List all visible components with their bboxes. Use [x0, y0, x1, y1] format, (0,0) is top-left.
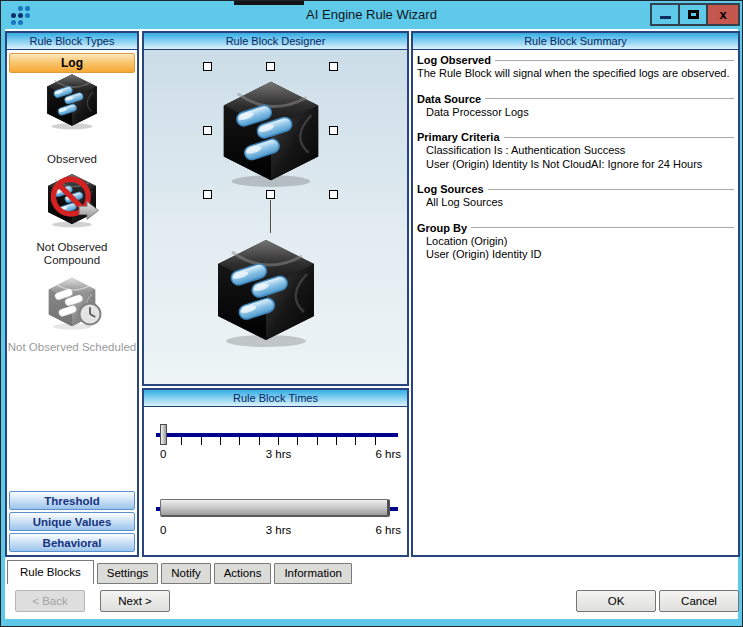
tick-label-3hrs: 3 hrs [266, 524, 292, 536]
selection-handle-nw[interactable] [203, 62, 212, 71]
rule-block-types-header: Rule Block Types [7, 33, 137, 50]
ai-engine-rule-wizard-window: AI Engine Rule Wizard x Rule Block Types… [0, 0, 743, 627]
time-slider-ticks [162, 437, 394, 445]
range-slider-labels: 0 3 hrs 6 hrs [156, 524, 401, 537]
block-connector-line [270, 200, 272, 233]
window-controls: x [652, 3, 740, 26]
maximize-icon [688, 10, 699, 19]
time-slider-labels: 0 3 hrs 6 hrs [156, 448, 401, 461]
threshold-button[interactable]: Threshold [9, 491, 135, 510]
summary-section-log-sources: Log Sources All Log Sources [417, 182, 734, 210]
section-heading: Group By [417, 221, 467, 235]
section-line: User (Origin) Identity ID [417, 248, 734, 262]
tick-label-6hrs: 6 hrs [375, 524, 401, 536]
section-heading: Data Source [417, 92, 481, 106]
behavioral-button[interactable]: Behavioral [9, 533, 135, 552]
tab-rule-blocks[interactable]: Rule Blocks [7, 560, 94, 584]
cancel-button[interactable]: Cancel [659, 590, 739, 612]
summary-section-log-observed: Log Observed The Rule Block will signal … [417, 53, 734, 81]
heading-divider [495, 60, 734, 61]
heading-divider [488, 189, 734, 190]
section-heading: Log Sources [417, 182, 484, 196]
rule-block-times-panel: Rule Block Times 0 3 hrs 6 hrs 0 3 hrs 6… [142, 388, 409, 557]
tick-label-0: 0 [160, 524, 166, 536]
rule-block-summary-header: Rule Block Summary [413, 33, 738, 50]
selection-handle-ne[interactable] [329, 62, 338, 71]
unique-values-button[interactable]: Unique Values [9, 512, 135, 531]
section-line: Classification Is : Authentication Succe… [417, 144, 734, 158]
window-title: AI Engine Rule Wizard [1, 7, 742, 22]
heading-divider [504, 137, 734, 138]
section-line: Data Processor Logs [417, 106, 734, 120]
heading-divider [485, 98, 734, 99]
summary-section-primary-criteria: Primary Criteria Classification Is : Aut… [417, 130, 734, 171]
tab-notify[interactable]: Notify [161, 563, 210, 584]
tick-label-3hrs: 3 hrs [266, 448, 292, 460]
designer-canvas[interactable] [144, 50, 407, 384]
rule-block-summary-panel: Rule Block Summary Log Observed The Rule… [411, 31, 740, 557]
selection-handle-s[interactable] [266, 190, 275, 199]
minimize-icon [660, 16, 671, 19]
not-observed-scheduled-icon[interactable] [43, 273, 101, 331]
dialog-content: Rule Block Types Log Observed Not Observ… [5, 29, 738, 619]
selection-handle-n[interactable] [266, 62, 275, 71]
times-body: 0 3 hrs 6 hrs 0 3 hrs 6 hrs [144, 407, 407, 555]
heading-divider [471, 227, 734, 228]
next-button[interactable]: Next > [100, 590, 170, 612]
minimize-button[interactable] [650, 3, 680, 26]
section-heading: Primary Criteria [417, 130, 500, 144]
rule-block-times-header: Rule Block Times [144, 390, 407, 407]
rule-block-cube-selected[interactable] [212, 72, 330, 190]
maximize-button[interactable] [678, 3, 708, 26]
tab-actions[interactable]: Actions [214, 563, 272, 584]
tab-settings[interactable]: Settings [97, 563, 159, 584]
close-button[interactable]: x [706, 3, 740, 26]
section-line: The Rule Block will signal when the spec… [417, 67, 734, 81]
tick-label-0: 0 [160, 448, 166, 460]
rule-block-cube-second[interactable] [206, 230, 326, 350]
type-item-observed[interactable]: Observed [7, 153, 137, 166]
range-slider-bar[interactable] [160, 499, 390, 517]
back-button: < Back [15, 590, 85, 612]
selection-handle-sw[interactable] [203, 190, 212, 199]
section-line: Location (Origin) [417, 235, 734, 249]
section-heading: Log Observed [417, 53, 491, 67]
section-line: User (Origin) Identity Is Not CloudAI: I… [417, 158, 734, 172]
summary-section-group-by: Group By Location (Origin) User (Origin)… [417, 221, 734, 262]
time-slider-thumb[interactable] [160, 424, 167, 445]
observed-cube-icon[interactable] [41, 69, 103, 131]
tab-information[interactable]: Information [274, 563, 352, 584]
close-icon: x [719, 8, 726, 21]
title-bar[interactable]: AI Engine Rule Wizard x [1, 1, 742, 29]
summary-body: Log Observed The Rule Block will signal … [413, 50, 738, 555]
not-observed-compound-icon[interactable] [42, 169, 102, 229]
tick-label-6hrs: 6 hrs [375, 448, 401, 460]
section-line: All Log Sources [417, 196, 734, 210]
wizard-tab-bar: Rule Blocks Settings Notify Actions Info… [7, 558, 355, 584]
rule-block-types-panel: Rule Block Types Log Observed Not Observ… [5, 31, 139, 557]
summary-section-data-source: Data Source Data Processor Logs [417, 92, 734, 120]
rule-block-designer-header: Rule Block Designer [144, 33, 407, 50]
type-item-not-observed-compound[interactable]: Not Observed Compound [7, 241, 137, 267]
type-item-not-observed-scheduled[interactable]: Not Observed Scheduled [7, 341, 137, 354]
rule-block-designer-panel: Rule Block Designer [142, 31, 409, 386]
selection-handle-w[interactable] [203, 126, 212, 135]
selection-handle-se[interactable] [329, 190, 338, 199]
selection-handle-e[interactable] [329, 126, 338, 135]
ok-button[interactable]: OK [576, 590, 656, 612]
